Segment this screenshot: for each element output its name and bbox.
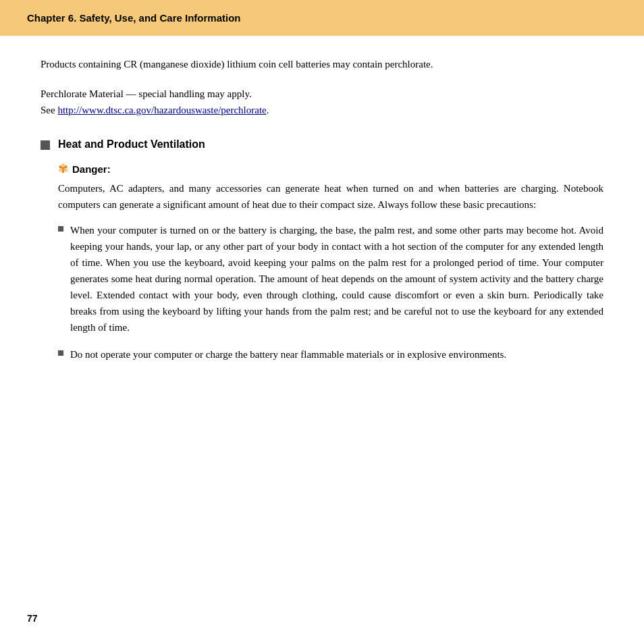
section-heading-ventilation: Heat and Product Ventilation xyxy=(41,138,603,151)
danger-icon: ✾ xyxy=(58,163,68,175)
perchlorate-link[interactable]: http://www.dtsc.ca.gov/hazardouswaste/pe… xyxy=(57,105,266,115)
page-number: 77 xyxy=(27,613,38,624)
bullet-text-2: Do not operate your computer or charge t… xyxy=(70,346,603,363)
page-content: Products containing CR (manganese dioxid… xyxy=(0,36,644,394)
section-square-icon xyxy=(41,140,50,150)
bullet-item-1: When your computer is turned on or the b… xyxy=(58,222,603,336)
bullet-marker-2 xyxy=(58,350,63,356)
danger-block: ✾ Danger: Computers, AC adapters, and ma… xyxy=(58,163,603,213)
intro-paragraph: Products containing CR (manganese dioxid… xyxy=(41,56,603,72)
chapter-title: Chapter 6. Safety, Use, and Care Informa… xyxy=(27,12,617,24)
section-heading-text: Heat and Product Ventilation xyxy=(58,138,205,151)
danger-label-text: Danger: xyxy=(72,163,111,175)
danger-label-row: ✾ Danger: xyxy=(58,163,603,175)
chapter-header: Chapter 6. Safety, Use, and Care Informa… xyxy=(0,0,644,36)
danger-body-text: Computers, AC adapters, and many accesso… xyxy=(58,180,603,213)
bullet-text-1: When your computer is turned on or the b… xyxy=(70,222,603,336)
perchlorate-paragraph: Perchlorate Material — special handling … xyxy=(41,86,603,118)
bullet-item-2: Do not operate your computer or charge t… xyxy=(58,346,603,363)
bullet-list: When your computer is turned on or the b… xyxy=(58,222,603,363)
bullet-marker-1 xyxy=(58,226,63,232)
